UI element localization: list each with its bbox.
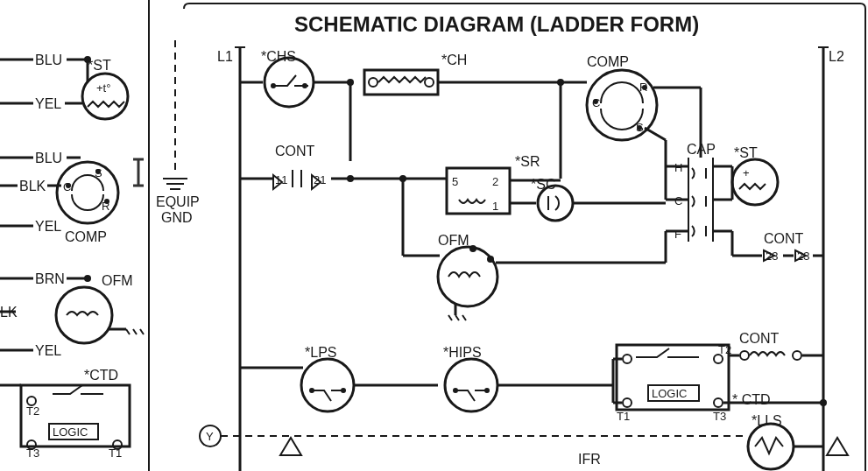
- schematic-diagram: SCHEMATIC DIAGRAM (LADDER FORM) BLU +t° …: [0, 0, 868, 471]
- lls-coil: [748, 424, 794, 469]
- wire-label-yel-1: YEL: [35, 96, 61, 111]
- y-label: Y: [206, 430, 214, 443]
- comp-label-left: COMP: [65, 229, 107, 244]
- st-label: *ST: [88, 58, 111, 73]
- svg-text:23: 23: [766, 250, 778, 263]
- svg-point-25: [302, 83, 307, 88]
- hips-switch: [445, 359, 498, 411]
- logic-label: LOGIC: [652, 387, 687, 400]
- svg-point-0: [66, 183, 71, 188]
- schematic-svg: SCHEMATIC DIAGRAM (LADDER FORM) BLU +t° …: [0, 0, 868, 471]
- cont-right-label: CONT: [764, 231, 804, 246]
- sr-label: *SR: [515, 154, 540, 169]
- svg-point-113: [820, 399, 827, 406]
- svg-point-84: [487, 256, 494, 263]
- ctd-main-label: * CTD: [732, 392, 771, 407]
- svg-line-43: [645, 128, 666, 140]
- rail-l2: L2: [829, 49, 844, 64]
- wire-label-lk: LK: [0, 305, 18, 320]
- ofm-label-left: OFM: [102, 273, 133, 288]
- svg-point-83: [469, 245, 476, 252]
- svg-point-108: [740, 351, 749, 360]
- comp-label: COMP: [587, 54, 629, 69]
- svg-text:T1: T1: [617, 410, 630, 423]
- svg-point-109: [793, 351, 801, 360]
- svg-point-89: [309, 388, 314, 393]
- svg-text:21: 21: [314, 173, 326, 186]
- equip-gnd-label2: GND: [161, 210, 193, 225]
- cont-left-label: CONT: [275, 144, 315, 158]
- sc-label: *SC: [531, 177, 555, 192]
- svg-text:5: 5: [452, 175, 458, 188]
- wire-label-blu-1: BLU: [35, 53, 62, 67]
- text-cursor-icon: [133, 159, 144, 186]
- wire-label-brn: BRN: [35, 271, 65, 286]
- rail-l1: L1: [217, 49, 233, 64]
- cap-label: CAP: [687, 142, 716, 157]
- svg-point-24: [271, 83, 276, 88]
- svg-text:2: 2: [492, 175, 498, 188]
- wire-label-blu-2: BLU: [35, 151, 62, 165]
- ifr-arrow-icon-2: [827, 438, 848, 455]
- svg-point-94: [484, 388, 490, 393]
- wire-label-yel-3: YEL: [35, 343, 61, 358]
- svg-text:T3: T3: [713, 410, 726, 423]
- svg-text:11: 11: [275, 173, 287, 186]
- ifr-arrow-icon: [280, 438, 301, 455]
- svg-text:F: F: [674, 228, 681, 241]
- st-main-label: *ST: [734, 145, 758, 160]
- gnd-hash: [126, 329, 144, 334]
- st-thermistor: [82, 74, 128, 119]
- svg-point-1: [95, 169, 101, 174]
- cont-top-right-label: CONT: [739, 331, 780, 346]
- ifr-label: IFR: [578, 452, 601, 467]
- svg-text:23: 23: [797, 250, 809, 263]
- chs-switch: [265, 58, 314, 107]
- svg-point-38: [642, 85, 647, 90]
- equip-gnd-label: EQUIP: [156, 194, 200, 209]
- ofm-motor: [438, 247, 498, 306]
- logic-label-left: LOGIC: [53, 425, 88, 439]
- svg-point-9: [84, 275, 91, 282]
- hips-label: *HIPS: [443, 345, 482, 360]
- ofm-motor-left: [56, 287, 112, 343]
- svg-text:1: 1: [492, 200, 498, 213]
- svg-point-2: [104, 199, 109, 204]
- st-main: [732, 159, 778, 205]
- svg-point-37: [593, 99, 598, 104]
- ctd-t2-l: T2: [26, 404, 39, 418]
- ch-heater: [364, 70, 438, 95]
- svg-point-93: [453, 388, 458, 393]
- svg-point-39: [637, 125, 642, 130]
- svg-point-51: [347, 175, 354, 182]
- ctd-label-left: *CTD: [84, 368, 118, 383]
- ch-label: *CH: [441, 53, 467, 67]
- lps-switch: [301, 359, 354, 411]
- ofm-label: OFM: [438, 233, 469, 248]
- svg-text:+: +: [743, 166, 750, 179]
- chs-label: *CHS: [261, 49, 296, 64]
- svg-point-90: [341, 388, 346, 393]
- wire-label-blk: BLK: [19, 179, 46, 193]
- st-inner: +t°: [96, 81, 110, 95]
- lps-label: *LPS: [305, 345, 336, 360]
- wire-label-yel-2: YEL: [35, 219, 61, 234]
- page-title: SCHEMATIC DIAGRAM (LADDER FORM): [294, 12, 699, 36]
